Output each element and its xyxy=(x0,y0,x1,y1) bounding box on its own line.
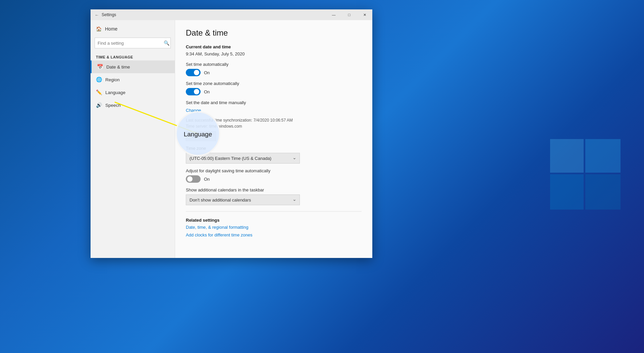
sidebar-item-language[interactable]: ✏️ Language xyxy=(91,86,175,99)
sidebar-label-speech: Speech xyxy=(105,103,121,108)
sidebar-section-label: Time & Language xyxy=(91,51,175,60)
divider xyxy=(186,211,362,212)
last-sync-info: Last successful time synchronization: 7/… xyxy=(186,118,362,123)
sync-section: Last successful time synchronization: 7/… xyxy=(186,118,362,141)
timezone-label: Time zone xyxy=(186,146,362,151)
daylight-toggle-row: On xyxy=(186,175,362,183)
svg-marker-3 xyxy=(585,174,621,210)
calendars-label: Show additional calendars in the taskbar xyxy=(186,187,362,192)
search-icon[interactable]: 🔍 xyxy=(164,40,169,46)
main-content: Date & time Current date and time 9:34 A… xyxy=(175,20,372,258)
timezone-dropdown-wrapper: (UTC-05:00) Eastern Time (US & Canada) xyxy=(186,153,300,164)
sidebar-item-home[interactable]: 🏠 Home xyxy=(91,23,175,35)
maximize-button[interactable]: □ xyxy=(341,9,357,20)
sync-server-info: Time server: time.windows.com xyxy=(186,124,362,129)
set-timezone-auto-row: Set time zone automatically On xyxy=(186,81,362,95)
settings-window: ← Settings — □ ✕ 🏠 Home 🔍 Time & Languag… xyxy=(91,9,372,258)
related-link-1[interactable]: Date, time, & regional formatting xyxy=(186,225,362,230)
region-icon: 🌐 xyxy=(96,77,101,83)
search-box: 🔍 xyxy=(95,38,171,48)
set-timezone-auto-toggle-row: On xyxy=(186,88,362,95)
calendars-dropdown-wrapper: Don't show additional calendars xyxy=(186,194,300,205)
set-timezone-auto-toggle[interactable] xyxy=(186,88,201,95)
minimize-button[interactable]: — xyxy=(326,9,341,20)
daylight-label: Adjust for daylight saving time automati… xyxy=(186,168,362,173)
set-time-auto-toggle[interactable] xyxy=(186,69,201,76)
sidebar: 🏠 Home 🔍 Time & Language 📅 Date & time 🌐… xyxy=(91,20,175,258)
set-manual-row: Set the date and time manually Change xyxy=(186,100,362,113)
back-icon[interactable]: ← xyxy=(95,12,99,17)
window-body: 🏠 Home 🔍 Time & Language 📅 Date & time 🌐… xyxy=(91,20,372,258)
set-time-auto-row: Set time automatically On xyxy=(186,62,362,76)
svg-marker-2 xyxy=(550,174,584,210)
title-bar-left: ← Settings xyxy=(95,12,116,17)
title-bar: ← Settings — □ ✕ xyxy=(91,9,372,20)
sync-now-button[interactable]: Sync now xyxy=(186,131,216,141)
calendars-dropdown[interactable]: Don't show additional calendars xyxy=(186,194,300,205)
language-icon: ✏️ xyxy=(96,89,101,95)
home-icon: 🏠 xyxy=(96,26,102,32)
set-time-auto-toggle-row: On xyxy=(186,69,362,76)
title-bar-controls: — □ ✕ xyxy=(326,9,372,20)
current-date-section-title: Current date and time xyxy=(186,44,362,49)
sidebar-label-region: Region xyxy=(105,77,120,82)
set-timezone-auto-value: On xyxy=(204,89,210,94)
speech-icon: 🔊 xyxy=(96,102,101,108)
set-manual-label: Set the date and time manually xyxy=(186,100,362,105)
search-input[interactable] xyxy=(95,38,171,48)
timezone-row: Time zone (UTC-05:00) Eastern Time (US &… xyxy=(186,146,362,164)
calendars-row: Show additional calendars in the taskbar… xyxy=(186,187,362,205)
sidebar-item-region[interactable]: 🌐 Region xyxy=(91,73,175,86)
svg-marker-1 xyxy=(585,139,621,173)
home-label: Home xyxy=(105,26,117,32)
current-datetime-display: 9:34 AM, Sunday, July 5, 2020 xyxy=(186,51,362,56)
daylight-value: On xyxy=(204,177,210,182)
set-timezone-auto-label: Set time zone automatically xyxy=(186,81,362,86)
sidebar-item-date-time[interactable]: 📅 Date & time xyxy=(91,60,175,73)
svg-marker-0 xyxy=(550,139,584,173)
sidebar-item-speech[interactable]: 🔊 Speech xyxy=(91,99,175,112)
date-time-icon: 📅 xyxy=(97,64,102,70)
sidebar-label-language: Language xyxy=(105,90,125,95)
change-button[interactable]: Change xyxy=(186,108,201,113)
timezone-dropdown[interactable]: (UTC-05:00) Eastern Time (US & Canada) xyxy=(186,153,300,164)
set-time-auto-value: On xyxy=(204,70,210,75)
daylight-row: Adjust for daylight saving time automati… xyxy=(186,168,362,183)
related-link-2[interactable]: Add clocks for different time zones xyxy=(186,232,362,237)
related-settings-title: Related settings xyxy=(186,218,362,223)
set-time-auto-label: Set time automatically xyxy=(186,62,362,67)
close-button[interactable]: ✕ xyxy=(357,9,372,20)
sidebar-label-date-time: Date & time xyxy=(106,64,130,70)
window-title: Settings xyxy=(102,12,116,17)
daylight-toggle[interactable] xyxy=(186,175,201,183)
page-title: Date & time xyxy=(186,28,362,38)
